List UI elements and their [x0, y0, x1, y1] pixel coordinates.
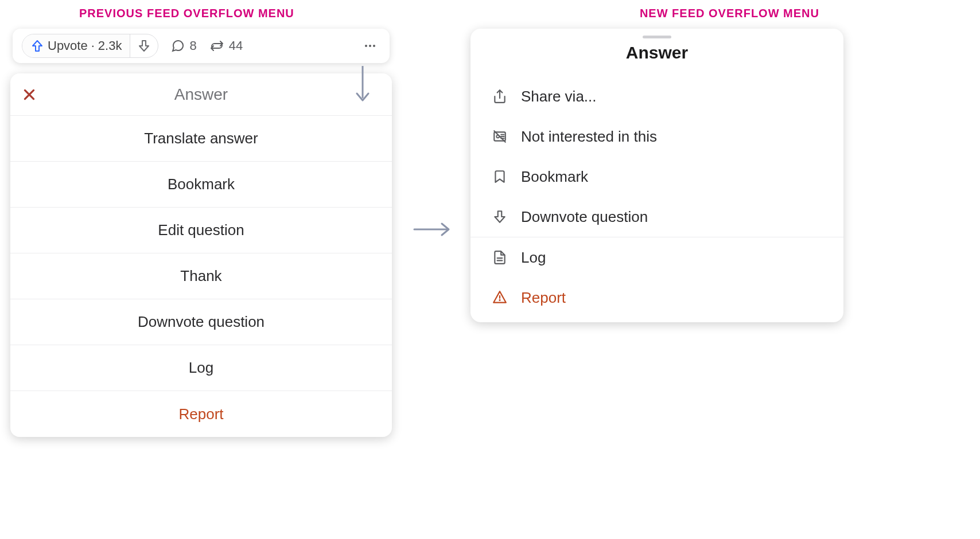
menu-item-not-interested[interactable]: Not interested in this: [470, 116, 843, 157]
log-icon: [491, 249, 508, 266]
more-horizontal-icon: [363, 39, 377, 53]
new-overflow-menu: Answer Share via... Not interested in th…: [470, 29, 843, 322]
menu-item-label: Report: [521, 289, 566, 307]
upvote-button[interactable]: Upvote · 2.3k: [22, 34, 130, 57]
menu-item-report-new[interactable]: Report: [470, 278, 843, 318]
comments-button[interactable]: 8: [171, 38, 196, 53]
post-action-bar: Upvote · 2.3k 8: [13, 29, 390, 63]
reshare-icon: [209, 39, 224, 53]
upvote-icon: [30, 39, 44, 53]
overflow-arrow-icon: [351, 66, 374, 106]
downvote-icon: [491, 208, 508, 225]
menu-item-translate[interactable]: Translate answer: [10, 116, 392, 162]
menu-item-share[interactable]: Share via...: [470, 76, 843, 116]
menu-item-label: Bookmark: [521, 168, 588, 186]
menu-item-bookmark[interactable]: Bookmark: [10, 162, 392, 208]
menu-item-log[interactable]: Log: [10, 345, 392, 391]
menu-item-report[interactable]: Report: [10, 391, 392, 437]
menu-item-thank[interactable]: Thank: [10, 253, 392, 299]
bookmark-icon: [491, 168, 508, 185]
transition-arrow-icon: [413, 221, 453, 238]
sheet-drag-handle[interactable]: [643, 36, 671, 38]
share-icon: [491, 88, 508, 105]
svg-point-0: [365, 45, 367, 47]
dot-separator: ·: [91, 38, 95, 53]
comment-icon: [171, 39, 185, 53]
report-icon: [491, 289, 508, 306]
svg-point-5: [499, 299, 500, 300]
menu-item-label: Downvote question: [521, 208, 648, 226]
upvote-label: Upvote: [48, 38, 88, 53]
previous-menu-title: Answer: [174, 85, 228, 104]
new-menu-label: NEW FEED OVERFLOW MENU: [640, 7, 819, 20]
close-button[interactable]: [22, 87, 37, 102]
menu-item-label: Share via...: [521, 88, 597, 106]
comment-count: 8: [189, 38, 196, 53]
svg-point-2: [373, 45, 375, 47]
menu-item-edit-question[interactable]: Edit question: [10, 208, 392, 253]
vote-pill: Upvote · 2.3k: [22, 34, 158, 58]
menu-item-log-new[interactable]: Log: [470, 237, 843, 278]
not-interested-icon: [491, 128, 508, 145]
previous-overflow-menu: Answer Translate answer Bookmark Edit qu…: [10, 73, 392, 437]
previous-menu-header: Answer: [10, 73, 392, 116]
new-menu-title: Answer: [470, 43, 843, 63]
menu-item-label: Not interested in this: [521, 128, 657, 146]
previous-menu-label: PREVIOUS FEED OVERFLOW MENU: [79, 7, 294, 20]
menu-item-label: Log: [521, 249, 546, 267]
menu-item-bookmark-new[interactable]: Bookmark: [470, 157, 843, 197]
downvote-icon: [137, 39, 151, 53]
overflow-button[interactable]: [360, 36, 380, 56]
menu-item-downvote-question[interactable]: Downvote question: [10, 299, 392, 345]
svg-point-1: [369, 45, 371, 47]
close-icon: [22, 87, 37, 102]
downvote-button[interactable]: [130, 34, 158, 57]
menu-item-downvote-question-new[interactable]: Downvote question: [470, 197, 843, 237]
reshare-button[interactable]: 44: [209, 38, 243, 53]
reshare-count: 44: [229, 38, 243, 53]
upvote-count: 2.3k: [98, 38, 122, 53]
